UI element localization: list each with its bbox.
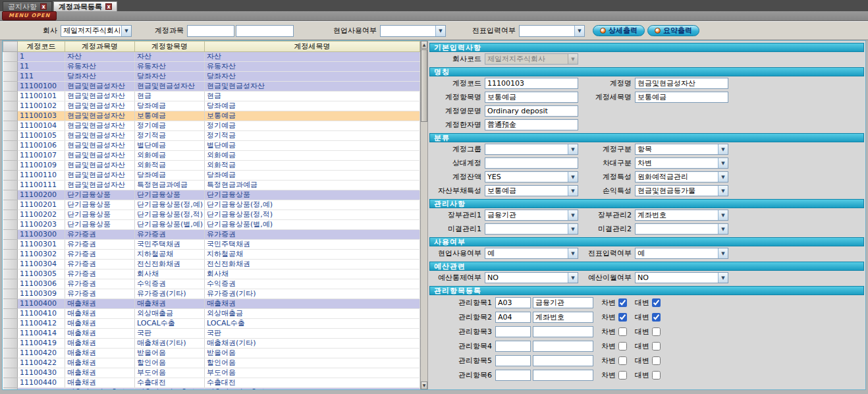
table-row[interactable]: 11100109현금및현금성자산외화적금외화적금 [3,161,420,171]
account-detail-name-input[interactable] [635,92,728,103]
mgmt-code-input[interactable] [495,326,531,337]
table-row[interactable]: 11100309유가증권유가증권(기타)유가증권(기타) [3,289,420,299]
table-row[interactable]: 11100300유가증권유가증권유가증권 [3,230,420,240]
table-row[interactable]: 11100107현금및현금성자산외화예금외화예금 [3,151,420,161]
table-row[interactable]: 11유동자산유동자산유동자산 [3,62,420,72]
table-row[interactable]: 11100111현금및현금성자산특정현금과예금특정현금과예금 [3,181,420,190]
debit-checkbox[interactable] [618,356,627,365]
table-row[interactable]: 1자산자산자산 [3,52,420,62]
account-name-input[interactable] [635,78,728,89]
account-english-name-input[interactable] [485,105,578,117]
mgmt-code-input[interactable] [495,297,531,308]
mgmt-name-input[interactable] [533,355,593,366]
mgmt-code-input[interactable] [495,312,531,323]
account-code-input[interactable] [485,78,578,89]
ledger-mgmt-2-combo[interactable]: 계좌번호▼ [635,210,728,221]
menu-open-button[interactable]: MENU OPEN [2,11,57,20]
open-mgmt-1-combo[interactable]: ▼ [485,223,578,235]
scrollbar-thumb[interactable] [421,49,427,122]
scroll-up-icon[interactable]: ▲ [421,41,427,49]
asset-liability-trait-combo[interactable]: 보통예금▼ [485,185,578,196]
table-row[interactable]: 11100104현금및현금성자산정기예금정기예금 [3,121,420,131]
table-row[interactable]: 11100301유가증권국민주택채권국민주택채권 [3,240,420,250]
table-row[interactable]: 11100422매출채권할인어음할인어음 [3,358,420,368]
table-row[interactable]: 11100414매출채권국판국판 [3,329,420,339]
table-row[interactable]: 11100440매출채권수출대전수출대전 [3,378,420,388]
ledger-mgmt-2-label: 장부관리2 [578,210,635,220]
mgmt-code-input[interactable] [495,370,531,381]
table-row[interactable]: 11100105현금및현금성자산정기적금정기적금 [3,131,420,141]
tab-account-registration[interactable]: 계정과목등록 x [53,1,117,11]
grid-scrollbar[interactable]: ▲ ▼ [420,41,428,389]
budget-control-yn-combo[interactable]: NO▼ [485,272,578,283]
section-header: 사용여부 [429,237,864,246]
detail-print-button[interactable]: 상세출력 [593,25,645,36]
counter-account-input[interactable] [485,157,578,169]
debit-checkbox[interactable] [618,298,627,307]
ledger-mgmt-1-combo[interactable]: 금융기관▼ [485,210,578,221]
field-use-filter-combo[interactable]: ▼ [380,25,446,37]
debit-checkbox[interactable] [618,371,627,380]
credit-checkbox[interactable] [652,371,661,380]
budget-carryover-yn-combo[interactable]: NO▼ [635,272,728,283]
profit-loss-trait-combo[interactable]: 현금및현금등가물▼ [635,185,728,196]
table-row[interactable]: 11100200단기금융상품단기금융상품단기금융상품 [3,190,420,200]
account-trait-combo[interactable]: 원화예적금관리▼ [635,171,728,183]
table-row[interactable]: 11100419매출채권매출채권(기타)매출채권(기타) [3,339,420,349]
table-row[interactable]: 11100106현금및현금성자산별단예금별단예금 [3,141,420,151]
account-name-filter-input[interactable] [236,25,294,37]
table-row[interactable]: 11100201단기금융상품단기금융상품(정,예)단기금융상품(정,예) [3,200,420,210]
credit-checkbox[interactable] [652,327,661,336]
tab-close-icon[interactable]: x [105,3,112,10]
mgmt-name-input[interactable] [533,341,593,352]
account-class-combo[interactable]: 항목▼ [635,144,728,155]
table-row[interactable]: 11100430매출채권부도어음부도어음 [3,368,420,378]
credit-checkbox[interactable] [652,313,661,322]
debit-checkbox[interactable] [618,327,627,336]
mgmt-name-input[interactable] [533,312,593,323]
account-hanja-name-input[interactable] [485,119,578,130]
mgmt-code-input[interactable] [495,355,531,366]
scroll-down-icon[interactable]: ▼ [421,381,427,389]
field-use-yn-combo[interactable]: 예▼ [485,248,578,259]
account-group-combo[interactable]: ▼ [485,144,578,155]
company-combo[interactable]: 제일저지주식회사 ▼ [61,25,132,37]
debit-checkbox[interactable] [618,313,627,322]
credit-checkbox[interactable] [652,356,661,365]
account-balance-combo[interactable]: YES▼ [485,171,578,183]
mgmt-name-input[interactable] [533,326,593,337]
table-row[interactable]: 11100412매출채권LOCAL수출LOCAL수출 [3,319,420,329]
table-row[interactable]: 11100100현금및현금성자산현금및현금성자산현금및현금성자산 [3,82,420,92]
row-gutter [3,171,18,181]
summary-print-button[interactable]: 요약출력 [647,25,699,36]
table-row[interactable]: 11100202단기금융상품단기금융상품(정,적)단기금융상품(정,적) [3,210,420,220]
table-row[interactable]: 11100305유가증권회사채회사채 [3,269,420,279]
tab-close-icon[interactable]: x [40,3,47,10]
table-row[interactable]: 11100302유가증권지하철공채지하철공채 [3,250,420,260]
debit-credit-class-combo[interactable]: 차변▼ [635,157,728,169]
open-mgmt-2-combo[interactable]: ▼ [635,223,728,235]
table-row[interactable]: 11100103현금및현금성자산보통예금보통예금 [3,111,420,121]
table-row[interactable]: 111당좌자산당좌자산당좌자산 [3,72,420,82]
tab-notice[interactable]: 공지사항 x [3,1,52,11]
table-row[interactable]: 11100410매출채권외상매출금외상매출금 [3,309,420,319]
table-row[interactable]: 11100306유가증권수익증권수익증권 [3,279,420,289]
credit-checkbox[interactable] [652,342,661,351]
mgmt-name-input[interactable] [533,370,593,381]
slip-entry-filter-combo[interactable]: ▼ [519,25,585,37]
account-item-name-input[interactable] [485,92,578,103]
table-row[interactable]: 11100420매출채권받을어음받을어음 [3,349,420,358]
account-code-filter-input[interactable] [187,25,234,37]
table-row[interactable]: 11100400매출채권매출채권매출채권 [3,299,420,309]
table-row[interactable]: 11100102현금및현금성자산당좌예금당좌예금 [3,101,420,111]
table-row[interactable]: 11100110현금및현금성자산당좌예금당좌예금 [3,171,420,181]
slip-entry-yn-combo[interactable]: 예▼ [635,248,728,259]
mgmt-name-input[interactable] [533,297,593,308]
table-row[interactable]: 11100500매출채권대손충당금매출채권대손충당금매출채권대손충당금 [3,388,420,390]
table-row[interactable]: 11100101현금및현금성자산현금현금 [3,92,420,101]
mgmt-code-input[interactable] [495,341,531,352]
table-row[interactable]: 11100203단기금융상품단기금융상품(별,예)단기금융상품(별,예) [3,220,420,230]
credit-checkbox[interactable] [652,298,661,307]
table-row[interactable]: 11100304유가증권전신전화채권전신전화채권 [3,260,420,269]
debit-checkbox[interactable] [618,342,627,351]
